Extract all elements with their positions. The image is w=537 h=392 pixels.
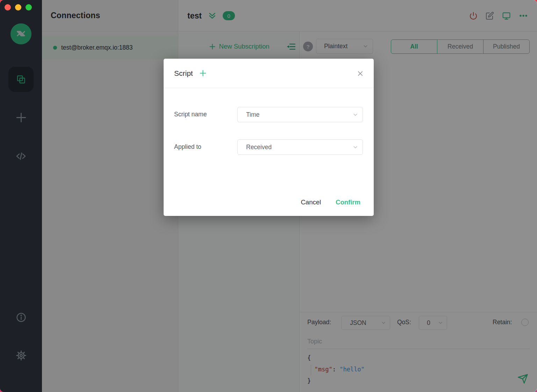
- cancel-button[interactable]: Cancel: [301, 198, 321, 206]
- chevron-down-icon: [352, 144, 358, 150]
- window-controls: [5, 4, 32, 10]
- script-dialog: Script Script name Time: [164, 59, 374, 216]
- chevron-down-icon: [352, 112, 358, 118]
- close-icon[interactable]: [357, 70, 364, 77]
- applied-to-label: Applied to: [174, 143, 201, 151]
- close-window-button[interactable]: [5, 4, 11, 10]
- script-name-select[interactable]: Time: [237, 107, 363, 122]
- confirm-button[interactable]: Confirm: [336, 198, 360, 206]
- script-name-value: Time: [246, 111, 259, 118]
- script-name-label: Script name: [174, 111, 207, 118]
- applied-to-value: Received: [246, 144, 272, 151]
- dialog-title: Script: [174, 69, 193, 78]
- script-dialog-header: Script: [164, 59, 374, 88]
- app-window: Connections test@broker.emqx.io:1883 tes…: [0, 0, 537, 392]
- minimize-window-button[interactable]: [15, 4, 21, 10]
- script-dialog-footer: Cancel Confirm: [301, 198, 360, 206]
- applied-to-select[interactable]: Received: [237, 139, 363, 155]
- add-script-icon[interactable]: [199, 69, 207, 77]
- zoom-window-button[interactable]: [26, 4, 32, 10]
